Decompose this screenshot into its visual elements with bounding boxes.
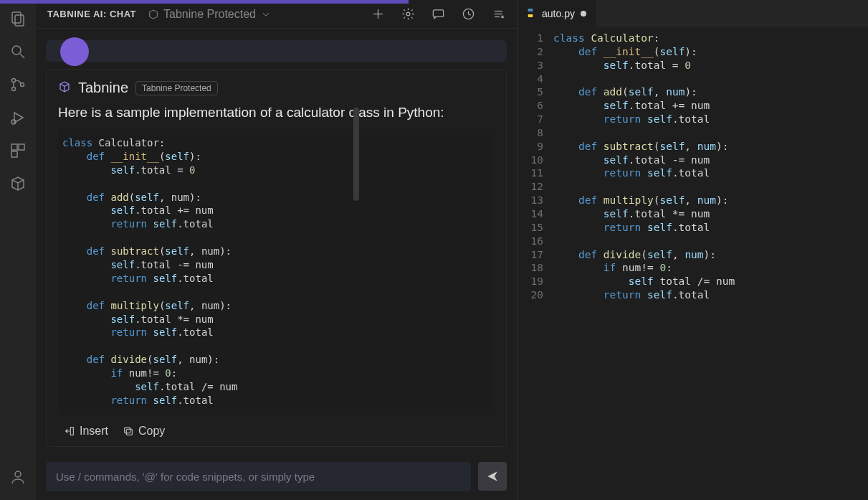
chat-panel: TABNINE AI: CHAT Tabnine Protected Tabni… bbox=[36, 0, 518, 500]
svg-point-2 bbox=[12, 46, 21, 55]
explorer-icon[interactable] bbox=[8, 9, 28, 29]
svg-point-12 bbox=[15, 471, 21, 477]
chat-code-block[interactable]: class Calculator: def __init__(self): se… bbox=[58, 129, 495, 415]
clear-icon[interactable] bbox=[491, 7, 505, 22]
run-debug-icon[interactable] bbox=[8, 108, 28, 128]
conversations-icon[interactable] bbox=[431, 7, 445, 22]
svg-rect-23 bbox=[70, 427, 73, 435]
protected-dropdown[interactable]: Tabnine Protected bbox=[148, 8, 272, 21]
code-actions: Insert Copy bbox=[58, 425, 495, 438]
svg-rect-1 bbox=[15, 15, 24, 26]
settings-icon[interactable] bbox=[401, 7, 415, 22]
chat-body: Tabnine Tabnine Protected Here is a samp… bbox=[36, 29, 517, 455]
extensions-icon[interactable] bbox=[8, 141, 28, 161]
insert-label: Insert bbox=[80, 425, 108, 438]
history-icon[interactable] bbox=[461, 7, 475, 22]
dirty-indicator-icon bbox=[581, 11, 586, 16]
chat-header: TABNINE AI: CHAT Tabnine Protected bbox=[36, 0, 517, 29]
copy-button[interactable]: Copy bbox=[123, 425, 165, 438]
tabnine-icon[interactable] bbox=[8, 174, 28, 194]
send-button[interactable] bbox=[478, 462, 507, 491]
account-icon[interactable] bbox=[8, 467, 28, 487]
header-icons bbox=[371, 7, 505, 22]
svg-line-3 bbox=[20, 54, 24, 58]
new-chat-icon[interactable] bbox=[371, 7, 385, 22]
user-message-stub bbox=[46, 40, 507, 62]
svg-rect-10 bbox=[19, 144, 24, 150]
editor-panel: auto.py 1 2 3 4 5 6 7 8 9 10 11 12 13 14… bbox=[518, 0, 868, 500]
source-control-icon[interactable] bbox=[8, 75, 28, 95]
insert-button[interactable]: Insert bbox=[64, 425, 108, 438]
assistant-name: Tabnine bbox=[78, 80, 128, 96]
user-avatar bbox=[60, 37, 89, 66]
chat-scrollbar[interactable] bbox=[353, 108, 359, 201]
protected-badge: Tabnine Protected bbox=[135, 81, 218, 95]
svg-rect-9 bbox=[11, 144, 17, 150]
message-intro: Here is a sample implementation of a cal… bbox=[58, 105, 495, 121]
chat-input[interactable] bbox=[46, 462, 471, 491]
activity-bar bbox=[0, 0, 36, 500]
chat-input-row bbox=[36, 455, 517, 500]
python-icon bbox=[525, 7, 536, 21]
editor-code[interactable]: class Calculator: def __init__(self): se… bbox=[553, 32, 868, 500]
line-gutter: 1 2 3 4 5 6 7 8 9 10 11 12 13 14 15 16 1… bbox=[518, 32, 553, 500]
svg-rect-16 bbox=[433, 10, 443, 16]
svg-point-15 bbox=[406, 12, 410, 16]
tabnine-logo-icon bbox=[58, 80, 71, 96]
window-accent-bar bbox=[0, 0, 409, 4]
svg-rect-24 bbox=[126, 429, 132, 435]
assistant-message: Tabnine Tabnine Protected Here is a samp… bbox=[46, 69, 507, 447]
search-icon[interactable] bbox=[8, 42, 28, 62]
chevron-down-icon bbox=[260, 9, 272, 20]
message-head: Tabnine Tabnine Protected bbox=[58, 80, 495, 96]
svg-rect-0 bbox=[12, 12, 21, 23]
panel-title: TABNINE AI: CHAT bbox=[47, 9, 136, 19]
svg-rect-25 bbox=[125, 427, 130, 433]
editor-tab-auto-py[interactable]: auto.py bbox=[518, 0, 597, 27]
copy-label: Copy bbox=[138, 425, 165, 438]
svg-point-5 bbox=[12, 88, 16, 91]
svg-point-4 bbox=[12, 79, 16, 82]
tab-filename: auto.py bbox=[542, 8, 575, 19]
editor-body[interactable]: 1 2 3 4 5 6 7 8 9 10 11 12 13 14 15 16 1… bbox=[518, 27, 868, 500]
editor-tabs: auto.py bbox=[518, 0, 868, 27]
protected-text: Tabnine Protected bbox=[163, 8, 256, 21]
svg-rect-11 bbox=[11, 151, 17, 157]
